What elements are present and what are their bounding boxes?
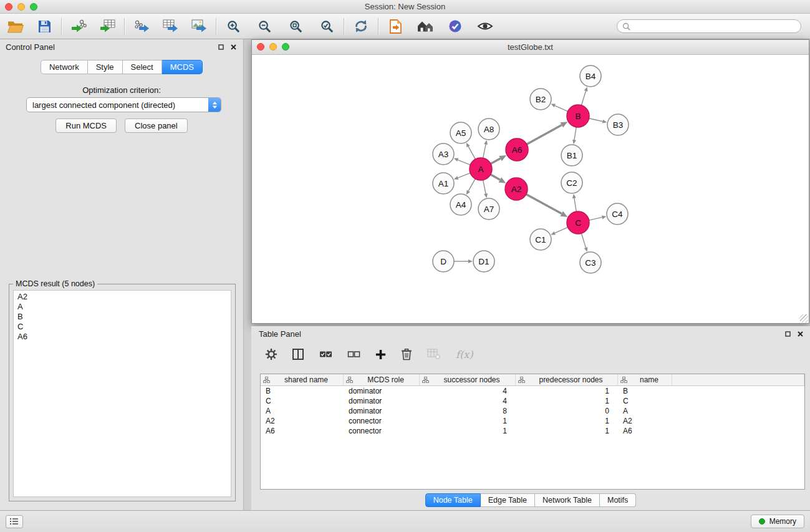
table-cell[interactable]: 4 [420, 386, 516, 396]
select-all-button[interactable] [319, 349, 332, 359]
graph-edge-A-A4[interactable] [468, 179, 475, 191]
table-cell[interactable]: 8 [420, 406, 516, 416]
column-header-MCDS-role[interactable]: MCDS role [344, 374, 420, 386]
delete-table-button[interactable] [427, 349, 441, 360]
table-row[interactable]: Bdominator41B [261, 386, 804, 396]
create-column-button[interactable] [375, 349, 386, 360]
graph-edge-B-B4[interactable] [581, 91, 586, 105]
mcds-result-list[interactable]: A2ABCA6 [13, 290, 231, 497]
close-panel-button[interactable] [229, 42, 238, 51]
table-cell[interactable]: A6 [618, 426, 672, 436]
table-cell[interactable]: A [618, 406, 672, 416]
apply-style-button[interactable] [446, 16, 465, 36]
graph-edge-A-A8[interactable] [483, 145, 486, 158]
import-network-button[interactable] [69, 16, 88, 36]
delete-column-button[interactable] [401, 348, 412, 360]
resize-grip[interactable] [800, 314, 808, 322]
tab-select[interactable]: Select [123, 60, 162, 74]
column-header-predecessor-nodes[interactable]: predecessor nodes [516, 374, 618, 386]
mcds-result-item[interactable]: A [14, 302, 231, 312]
graph-edge-A-A6[interactable] [491, 158, 501, 163]
table-cell[interactable]: B [261, 386, 344, 396]
float-panel-button[interactable] [216, 42, 225, 51]
table-cell[interactable]: A [261, 406, 344, 416]
table-cell[interactable]: connector [344, 426, 420, 436]
network-minimize-button[interactable] [269, 43, 277, 51]
table-cell[interactable]: dominator [344, 386, 420, 396]
export-network-button[interactable] [132, 16, 151, 36]
search-input[interactable] [634, 21, 796, 31]
graph-edge-A2-C[interactable] [526, 195, 562, 214]
mcds-result-item[interactable]: A2 [14, 292, 231, 302]
network-canvas[interactable]: B4B2BB3A5A8A6B1A3AC2A1A2A4A7C4CC1C3DD1 [252, 55, 809, 323]
table-cell[interactable]: A2 [261, 416, 344, 426]
graph-edge-A-A3[interactable] [458, 160, 470, 165]
save-session-button[interactable] [35, 16, 54, 36]
tab-motifs[interactable]: Motifs [600, 493, 636, 507]
table-cell[interactable]: 1 [516, 386, 618, 396]
table-cell[interactable]: dominator [344, 396, 420, 406]
graph-edge-A-A7[interactable] [483, 180, 486, 194]
zoom-selected-button[interactable] [317, 16, 336, 36]
graph-edge-C-C4[interactable] [589, 217, 602, 220]
mcds-result-item[interactable]: B [14, 312, 231, 322]
graph-edge-A-A1[interactable] [458, 173, 470, 178]
table-cell[interactable]: 0 [516, 406, 618, 416]
show-hide-button[interactable] [476, 16, 494, 36]
table-cell[interactable]: dominator [344, 406, 420, 416]
search-box[interactable] [617, 19, 801, 33]
column-header-successor-nodes[interactable]: successor nodes [420, 374, 516, 386]
show-columns-button[interactable] [292, 349, 304, 360]
graph-edge-B-B3[interactable] [589, 118, 603, 122]
minimize-window-button[interactable] [17, 3, 25, 11]
task-history-button[interactable] [6, 515, 23, 528]
table-cell[interactable]: C [261, 396, 344, 406]
table-cell[interactable]: 1 [420, 416, 516, 426]
zoom-in-button[interactable] [224, 16, 243, 36]
zoom-fit-button[interactable] [286, 16, 305, 36]
tab-edge-table[interactable]: Edge Table [481, 493, 535, 507]
table-cell[interactable]: 1 [420, 426, 516, 436]
float-table-panel-button[interactable] [783, 329, 792, 338]
table-cell[interactable]: 1 [516, 416, 618, 426]
table-cell[interactable]: 1 [516, 426, 618, 436]
graph-edge-C-C2[interactable] [574, 198, 576, 212]
table-cell[interactable]: C [618, 396, 672, 406]
graph-edge-B-B2[interactable] [555, 105, 568, 111]
session-snapshot-button[interactable] [386, 16, 405, 36]
graph-edge-B-B1[interactable] [574, 127, 576, 140]
table-cell[interactable]: A6 [261, 426, 344, 436]
tab-network[interactable]: Network [41, 60, 88, 74]
apply-layout-button[interactable] [352, 16, 370, 36]
graph-edge-A6-B[interactable] [527, 125, 562, 145]
function-builder-button[interactable]: f(x) [456, 349, 473, 360]
graph-edge-A-A5[interactable] [468, 147, 475, 159]
deselect-all-button[interactable] [347, 349, 360, 359]
close-panel-action-button[interactable]: Close panel [125, 118, 188, 133]
export-table-button[interactable] [161, 16, 180, 36]
table-row[interactable]: A2connector11A2 [261, 416, 804, 426]
zoom-window-button[interactable] [30, 3, 37, 11]
tab-network-table[interactable]: Network Table [535, 493, 600, 507]
graph-edge-C-C3[interactable] [581, 233, 586, 248]
table-cell[interactable]: B [618, 386, 672, 396]
table-cell[interactable]: connector [344, 416, 420, 426]
table-cell[interactable]: A2 [618, 416, 672, 426]
tab-style[interactable]: Style [88, 60, 123, 74]
mcds-result-item[interactable]: A6 [14, 332, 231, 342]
mcds-result-item[interactable]: C [14, 322, 231, 332]
network-home-button[interactable] [416, 16, 435, 36]
open-session-button[interactable] [6, 16, 25, 36]
close-window-button[interactable] [5, 3, 12, 11]
table-cell[interactable]: 4 [420, 396, 516, 406]
graph-edge-A-A2[interactable] [491, 175, 500, 180]
export-image-button[interactable] [190, 16, 208, 36]
table-cell[interactable]: 1 [516, 396, 618, 406]
table-row[interactable]: A6connector11A6 [261, 426, 804, 436]
table-row[interactable]: Cdominator41C [261, 396, 804, 406]
column-header-name[interactable]: name [618, 374, 672, 386]
table-settings-button[interactable] [265, 348, 277, 360]
run-mcds-button[interactable]: Run MCDS [55, 118, 117, 133]
network-zoom-button[interactable] [282, 43, 289, 51]
network-close-button[interactable] [257, 43, 264, 51]
